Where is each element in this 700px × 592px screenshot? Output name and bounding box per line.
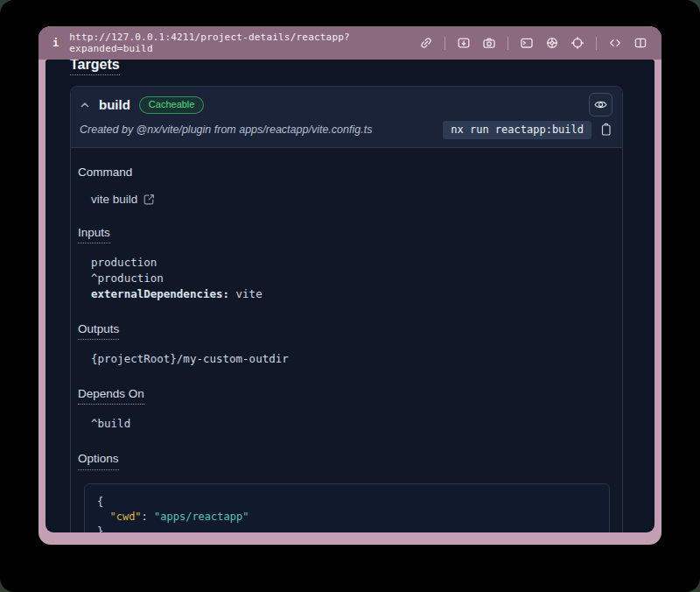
input-item: ^production xyxy=(91,271,610,286)
url-text[interactable]: http://127.0.0.1:4211/project-details/re… xyxy=(69,32,409,54)
json-line: { xyxy=(97,495,597,510)
command-label: Command xyxy=(78,166,132,180)
outputs-label[interactable]: Outputs xyxy=(78,322,119,340)
input-item: production xyxy=(91,255,610,271)
wheel-icon[interactable] xyxy=(545,36,559,50)
clipboard-icon xyxy=(599,123,612,137)
project-details-page: Targets build Cacheable xyxy=(46,60,654,532)
json-line: "cwd": "apps/reactapp" xyxy=(97,510,597,525)
section-inputs: Inputs production ^production externalDe… xyxy=(78,224,610,302)
copy-command-button[interactable] xyxy=(599,123,612,137)
toolbar-actions xyxy=(419,36,648,50)
toolbar-divider xyxy=(596,37,597,50)
options-code-block: { "cwd": "apps/reactapp" } xyxy=(84,483,610,532)
frame-capture-icon[interactable] xyxy=(457,36,471,50)
code-icon[interactable] xyxy=(608,36,622,50)
build-card-header[interactable]: build Cacheable Created by @nx/vite/plug… xyxy=(71,87,622,148)
target-card-build: build Cacheable Created by @nx/vite/plug… xyxy=(70,86,623,532)
crosshair-icon[interactable] xyxy=(570,36,584,50)
section-command: Command vite build xyxy=(78,164,610,206)
eye-icon xyxy=(594,99,607,110)
columns-icon[interactable] xyxy=(634,36,648,50)
command-value: vite build xyxy=(91,193,137,206)
toolbar-divider xyxy=(508,37,508,50)
window-frame: Targets build Cacheable xyxy=(38,60,662,545)
page-title: Targets xyxy=(70,60,623,74)
depends-on-item: ^build xyxy=(91,416,610,432)
view-target-graph-button[interactable] xyxy=(589,93,612,116)
target-name: build xyxy=(99,97,130,112)
link-icon[interactable] xyxy=(419,36,433,50)
depends-on-label[interactable]: Depends On xyxy=(78,387,144,405)
info-icon: i xyxy=(52,37,59,49)
created-by-text: Created by @nx/vite/plugin from apps/rea… xyxy=(80,123,435,136)
section-depends-on: Depends On ^build xyxy=(78,385,610,432)
browser-window: i http://127.0.0.1:4211/project-details/… xyxy=(38,26,662,545)
output-item: {projectRoot}/my-custom-outdir xyxy=(91,351,610,367)
build-card-body: Command vite build Inputs pro xyxy=(71,148,622,532)
toolbar-divider xyxy=(444,37,445,50)
input-item: externalDependencies: vite xyxy=(91,286,610,302)
run-command-chip: nx run reactapp:build xyxy=(443,121,592,139)
external-link-icon[interactable] xyxy=(144,194,155,205)
options-label[interactable]: Options xyxy=(78,452,119,469)
terminal-icon[interactable] xyxy=(520,36,534,50)
chevron-up-icon[interactable] xyxy=(80,100,90,110)
camera-icon[interactable] xyxy=(482,36,496,50)
inputs-label[interactable]: Inputs xyxy=(78,226,110,243)
section-outputs: Outputs {projectRoot}/my-custom-outdir xyxy=(78,321,610,367)
screen-background: i http://127.0.0.1:4211/project-details/… xyxy=(0,0,700,592)
targets-heading[interactable]: Targets xyxy=(70,60,120,75)
cacheable-badge: Cacheable xyxy=(139,96,205,114)
url-bar: i http://127.0.0.1:4211/project-details/… xyxy=(38,26,662,60)
json-line: } xyxy=(97,525,597,532)
section-options: Options { "cwd": "apps/reactapp" } xyxy=(78,450,610,532)
